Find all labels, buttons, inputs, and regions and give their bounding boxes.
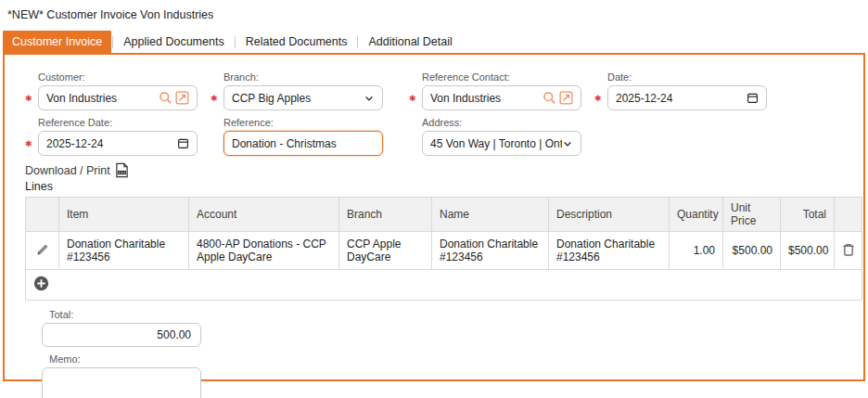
invoice-lines-table: Item Account Branch Name Description Qua… — [25, 197, 862, 301]
form-row-1: Customer: ✱ — [23, 71, 845, 110]
tab-additional-detail[interactable]: Additional Detail — [359, 31, 461, 54]
cell-account: 4800-AP Donations - CCP Apple DayCare — [189, 232, 339, 270]
table-header-row: Item Account Branch Name Description Qua… — [26, 198, 862, 232]
tab-related-documents[interactable]: Related Documents — [236, 31, 357, 54]
chevron-down-icon — [562, 138, 573, 149]
column-header-name: Name — [432, 198, 549, 232]
required-marker: ✱ — [23, 139, 38, 148]
required-marker: ✱ — [593, 94, 607, 103]
calendar-icon[interactable] — [747, 92, 759, 104]
reference-date-input[interactable] — [46, 137, 177, 150]
reference-input[interactable] — [232, 137, 375, 150]
reference-contact-input-wrap — [422, 85, 581, 110]
print-document-icon — [115, 162, 129, 178]
edit-column-header — [26, 198, 59, 232]
column-header-account: Account — [189, 198, 339, 232]
reference-contact-label: Reference Contact: — [422, 71, 581, 83]
table-row: Donation Charitable #123456 4800-AP Dona… — [26, 232, 862, 270]
invoice-form-panel: Customer: ✱ — [3, 53, 865, 381]
column-header-quantity: Quantity — [670, 198, 723, 232]
address-label: Address: — [422, 117, 581, 128]
tab-bar: Customer Invoice Applied Documents Relat… — [3, 31, 462, 53]
column-header-unit-price: Unit Price — [723, 198, 781, 232]
calendar-icon[interactable] — [177, 137, 189, 149]
memo-textarea[interactable] — [42, 367, 201, 398]
required-marker-spacer: ✱ — [209, 139, 223, 148]
cell-total: $500.00 — [781, 232, 835, 270]
edit-line-pencil-icon[interactable] — [35, 242, 50, 257]
cell-unit-price: $500.00 — [723, 232, 781, 270]
customer-label: Customer: — [38, 71, 198, 83]
customer-invoice-page: *NEW* Customer Invoice Von Industries Cu… — [0, 0, 868, 398]
add-line-plus-icon[interactable] — [33, 276, 49, 291]
cell-name: Donation Charitable #123456 — [432, 232, 549, 270]
form-row-2: Reference Date: ✱ Reference: ✱ — [23, 117, 845, 156]
customer-input-wrap — [38, 85, 198, 110]
required-marker-spacer: ✱ — [407, 139, 422, 148]
column-header-item: Item — [59, 198, 189, 232]
total-input[interactable] — [42, 323, 201, 347]
required-marker: ✱ — [23, 94, 38, 103]
cell-quantity: 1.00 — [670, 232, 723, 270]
reference-date-input-wrap — [38, 131, 198, 156]
required-marker: ✱ — [209, 94, 223, 103]
total-label: Total: — [49, 309, 845, 320]
chevron-down-icon — [364, 93, 375, 104]
branch-label: Branch: — [223, 71, 383, 83]
lines-section-label: Lines — [25, 180, 845, 193]
column-header-total: Total — [781, 198, 835, 232]
tab-separator — [357, 36, 358, 48]
total-field: Total: — [42, 309, 845, 347]
delete-line-trash-icon[interactable] — [841, 242, 856, 257]
cell-description: Donation Charitable #123456 — [549, 232, 670, 270]
page-title: *NEW* Customer Invoice Von Industries — [7, 8, 213, 21]
date-label: Date: — [607, 71, 767, 83]
reference-label: Reference: — [223, 117, 383, 128]
date-input-wrap — [607, 85, 767, 110]
search-icon[interactable] — [159, 91, 172, 105]
cell-item: Donation Charitable #123456 — [59, 232, 189, 270]
download-print-link[interactable]: Download / Print — [25, 162, 129, 178]
cell-branch: CCP Apple DayCare — [339, 232, 432, 270]
branch-select[interactable]: CCP Big Apples — [223, 85, 383, 110]
tab-separator — [235, 36, 236, 48]
reference-input-wrap — [223, 131, 383, 156]
open-record-icon[interactable] — [175, 91, 189, 105]
reference-date-label: Reference Date: — [38, 117, 198, 128]
required-marker: ✱ — [407, 94, 422, 103]
address-select[interactable]: 45 Von Way | Toronto | Onta — [422, 131, 581, 156]
column-header-description: Description — [549, 198, 670, 232]
tab-separator — [112, 36, 113, 48]
tab-applied-documents[interactable]: Applied Documents — [114, 31, 233, 54]
date-input[interactable] — [616, 92, 747, 105]
tab-customer-invoice[interactable]: Customer Invoice — [3, 31, 111, 54]
column-header-branch: Branch — [339, 198, 432, 232]
search-icon[interactable] — [542, 91, 556, 105]
customer-input[interactable] — [46, 92, 159, 105]
open-record-icon[interactable] — [559, 91, 573, 105]
delete-column-header — [835, 198, 862, 232]
memo-field: Memo: — [42, 353, 845, 398]
memo-label: Memo: — [49, 353, 845, 365]
add-line-row — [26, 270, 862, 301]
reference-contact-input[interactable] — [430, 92, 542, 105]
